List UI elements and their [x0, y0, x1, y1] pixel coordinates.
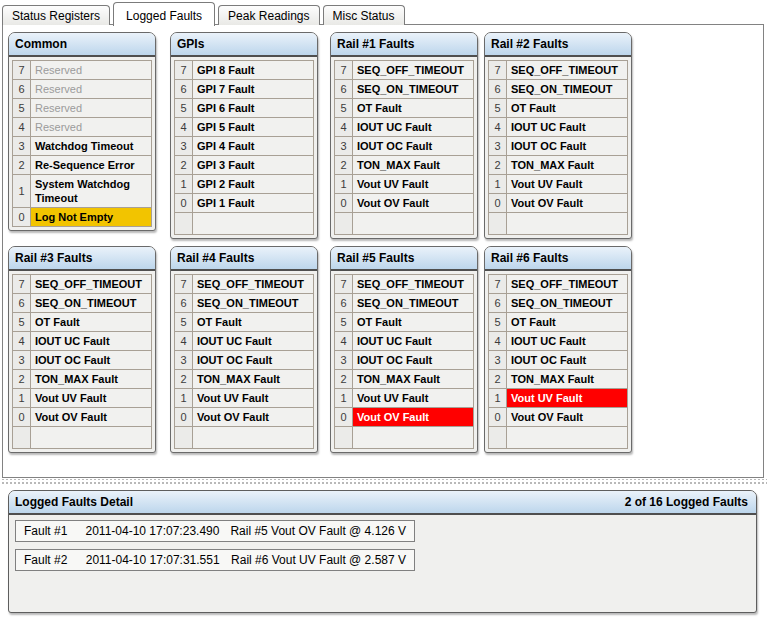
bit-table: 7GPI 8 Fault6GPI 7 Fault5GPI 6 Fault4GPI… [174, 60, 314, 235]
bit-number: 5 [13, 99, 31, 118]
empty-row [175, 427, 314, 449]
bit-number: 7 [489, 275, 507, 294]
bit-table: 7SEQ_OFF_TIMEOUT6SEQ_ON_TIMEOUT5OT Fault… [334, 60, 474, 235]
tab-peak-readings[interactable]: Peak Readings [218, 5, 319, 25]
tab-status-registers[interactable]: Status Registers [2, 5, 110, 25]
fault-list: Fault #12011-04-10 17:07:23.490Rail #5 V… [9, 515, 756, 583]
bit-number: 1 [335, 175, 353, 194]
bit-row: 4IOUT UC Fault [489, 118, 628, 137]
bit-row: 6SEQ_ON_TIMEOUT [335, 294, 474, 313]
bit-row: 4Reserved [13, 118, 152, 137]
detail-title: Logged Faults Detail [15, 495, 133, 513]
bit-label: Vout UV Fault [193, 389, 314, 408]
bit-row: 0Vout OV Fault [335, 194, 474, 213]
bit-number: 2 [175, 156, 193, 175]
bit-row: 0Log Not Empty [13, 208, 152, 227]
empty-bit-cell [489, 213, 507, 235]
empty-bit-cell [335, 427, 353, 449]
bit-label: SEQ_ON_TIMEOUT [31, 294, 152, 313]
bit-row: 6SEQ_ON_TIMEOUT [489, 294, 628, 313]
bit-label: SEQ_ON_TIMEOUT [353, 294, 474, 313]
bit-number: 4 [13, 332, 31, 351]
panel-row-bottom: Rail #3 Faults7SEQ_OFF_TIMEOUT6SEQ_ON_TI… [3, 246, 763, 453]
bit-row: 6SEQ_ON_TIMEOUT [335, 80, 474, 99]
bit-number: 3 [335, 137, 353, 156]
panel-rail-2-faults: Rail #2 Faults7SEQ_OFF_TIMEOUT6SEQ_ON_TI… [484, 32, 632, 239]
bit-label: GPI 5 Fault [193, 118, 314, 137]
bit-row: 7SEQ_OFF_TIMEOUT [13, 275, 152, 294]
bit-row: 3IOUT OC Fault [489, 137, 628, 156]
bit-label: IOUT UC Fault [507, 332, 628, 351]
bit-row: 4IOUT UC Fault [13, 332, 152, 351]
bit-number: 3 [489, 137, 507, 156]
bit-row: 1Vout UV Fault [489, 389, 628, 408]
bit-label: Vout UV Fault [31, 389, 152, 408]
bit-row: 2TON_MAX Fault [489, 370, 628, 389]
bit-label: IOUT OC Fault [31, 351, 152, 370]
panel-title: Common [9, 33, 155, 57]
bit-row: 5Reserved [13, 99, 152, 118]
bit-label: IOUT OC Fault [507, 137, 628, 156]
bit-number: 7 [335, 275, 353, 294]
fault-timestamp: 2011-04-10 17:07:31.551 [86, 553, 231, 567]
bit-label: System Watchdog Timeout [31, 175, 152, 208]
bit-number: 3 [489, 351, 507, 370]
bit-number: 5 [13, 313, 31, 332]
bit-row: 5OT Fault [335, 313, 474, 332]
bit-row: 6Reserved [13, 80, 152, 99]
bit-label: OT Fault [353, 313, 474, 332]
empty-bit-cell [13, 427, 31, 449]
bit-row: 0Vout OV Fault [489, 194, 628, 213]
bit-label: TON_MAX Fault [507, 156, 628, 175]
bit-label: Reserved [31, 80, 152, 99]
panel-title: Rail #1 Faults [331, 33, 477, 57]
bit-label: Vout UV Fault [507, 175, 628, 194]
bit-row: 5OT Fault [489, 99, 628, 118]
bit-row: 2TON_MAX Fault [175, 370, 314, 389]
bit-label: TON_MAX Fault [507, 370, 628, 389]
empty-row [175, 213, 314, 235]
bit-label: GPI 4 Fault [193, 137, 314, 156]
bit-label: IOUT UC Fault [353, 332, 474, 351]
bit-label: Vout OV Fault [353, 194, 474, 213]
bit-number: 5 [335, 99, 353, 118]
bit-number: 1 [335, 389, 353, 408]
bit-number: 2 [175, 370, 193, 389]
tab-logged-faults[interactable]: Logged Faults [113, 2, 215, 26]
bit-label: TON_MAX Fault [31, 370, 152, 389]
bit-number: 6 [335, 80, 353, 99]
empty-label-cell [193, 213, 314, 235]
bit-label: SEQ_OFF_TIMEOUT [193, 275, 314, 294]
bit-label: Vout OV Fault [353, 408, 474, 427]
bit-label: IOUT UC Fault [507, 118, 628, 137]
bit-label: SEQ_OFF_TIMEOUT [31, 275, 152, 294]
bit-number: 3 [335, 351, 353, 370]
bit-label: TON_MAX Fault [193, 370, 314, 389]
bit-row: 4IOUT UC Fault [335, 332, 474, 351]
empty-row [13, 427, 152, 449]
bit-label: OT Fault [193, 313, 314, 332]
bit-row: 1GPI 2 Fault [175, 175, 314, 194]
bit-label: TON_MAX Fault [353, 370, 474, 389]
bit-label: SEQ_ON_TIMEOUT [507, 80, 628, 99]
bit-number: 6 [13, 294, 31, 313]
bit-label: Vout OV Fault [193, 408, 314, 427]
bit-label: IOUT UC Fault [193, 332, 314, 351]
bit-number: 5 [489, 313, 507, 332]
bit-table: 7SEQ_OFF_TIMEOUT6SEQ_ON_TIMEOUT5OT Fault… [174, 274, 314, 449]
bit-row: 3IOUT OC Fault [335, 351, 474, 370]
tab-misc-status[interactable]: Misc Status [323, 5, 405, 25]
bit-row: 4IOUT UC Fault [489, 332, 628, 351]
bit-label: IOUT OC Fault [507, 351, 628, 370]
bit-row: 7SEQ_OFF_TIMEOUT [335, 61, 474, 80]
splitter-handle[interactable] [0, 479, 767, 486]
bit-label: TON_MAX Fault [353, 156, 474, 175]
panel-title: Rail #5 Faults [331, 247, 477, 271]
bit-row: 5OT Fault [175, 313, 314, 332]
bit-label: GPI 2 Fault [193, 175, 314, 194]
bit-row: 4GPI 5 Fault [175, 118, 314, 137]
empty-bit-cell [175, 213, 193, 235]
bit-label: Reserved [31, 99, 152, 118]
empty-bit-cell [175, 427, 193, 449]
bit-row: 2TON_MAX Fault [335, 370, 474, 389]
